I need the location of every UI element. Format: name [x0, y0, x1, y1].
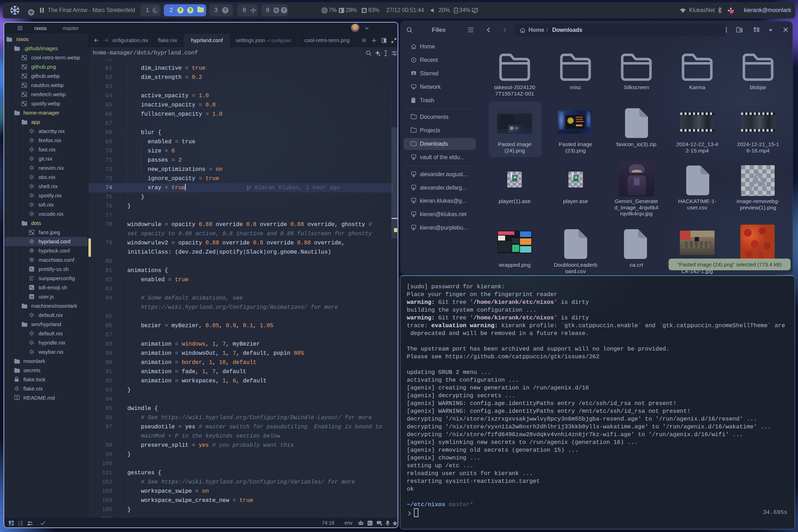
svg-text:JS: JS: [30, 295, 34, 299]
